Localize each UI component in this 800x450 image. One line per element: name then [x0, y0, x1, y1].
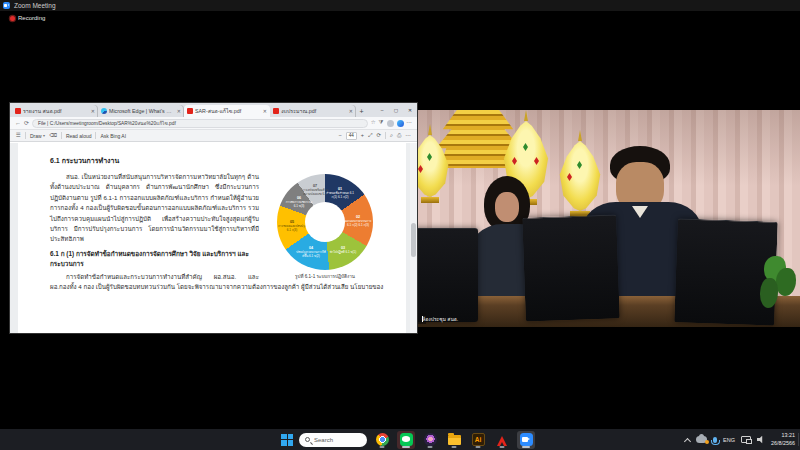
- start-button[interactable]: [281, 434, 293, 446]
- pdf-favicon: [15, 108, 21, 114]
- browser-tab-1[interactable]: รายงาน สนอ.pdf ✕: [12, 105, 98, 117]
- participant-name-tag: ห้องประชุม สนอ.: [418, 313, 426, 324]
- tray-date: 26/8/2566: [771, 440, 795, 448]
- system-tray: ENG 13:21 26/8/2566: [685, 429, 795, 450]
- browser-tab-2[interactable]: Microsoft Edge | What's New ✕: [98, 105, 184, 117]
- onedrive-icon[interactable]: [696, 436, 707, 443]
- pdf-scrollbar[interactable]: [410, 143, 417, 333]
- golden-spire: [558, 130, 602, 217]
- meeting-video-feed: ห้องประชุม สนอ.: [418, 110, 800, 327]
- divider: [95, 132, 96, 139]
- page-number-field[interactable]: 44: [346, 132, 357, 140]
- read-aloud-button[interactable]: Read aloud: [66, 133, 92, 139]
- profile-avatar[interactable]: [387, 120, 394, 127]
- search-document-icon[interactable]: ⌕: [390, 133, 393, 139]
- new-tab-button[interactable]: +: [356, 106, 367, 117]
- pdf-page: 6.1 กระบวนการทำงาน 01กำหนดข้อกำหนด 6.1 ก…: [18, 143, 406, 333]
- golden-spire: [418, 124, 450, 203]
- favorites-star-icon[interactable]: ☆: [371, 120, 376, 126]
- zoom-titlebar: Zoom Meeting: [0, 0, 800, 11]
- copilot-icon[interactable]: [397, 120, 404, 127]
- line-taskbar-button[interactable]: [397, 431, 415, 449]
- back-icon[interactable]: ←: [15, 120, 21, 126]
- search-label: Search: [314, 437, 333, 443]
- ask-bing-button[interactable]: Ask Bing AI: [100, 133, 126, 139]
- edge-browser-window: รายงาน สนอ.pdf ✕ Microsoft Edge | What's…: [10, 103, 417, 333]
- url-input[interactable]: File | C:/Users/meetingroom/Desktop/SAR%…: [32, 119, 368, 128]
- donut-segment-02: 02ออกแบบกระบวนการ 6.1 ก(2) 6.1 ก(3): [343, 215, 373, 228]
- window-controls: – ▢ ✕: [375, 104, 417, 117]
- zoom-out-button[interactable]: −: [339, 133, 342, 139]
- minimize-icon[interactable]: –: [375, 104, 389, 117]
- address-bar: ← ⟳ File | C:/Users/meetingroom/Desktop/…: [10, 117, 417, 130]
- fit-to-page-icon[interactable]: ⤢: [368, 133, 372, 139]
- figure-6-1-1: 01กำหนดข้อกำหนด 6.1 ก(1) 6.1 ก(2) 02ออกแ…: [266, 174, 384, 280]
- scrollbar-thumb[interactable]: [411, 223, 416, 257]
- zoom-app-icon: [3, 2, 10, 9]
- save-icon[interactable]: ⋯: [406, 133, 412, 139]
- donut-segment-04: 04ปรับปรุงกระบวนการให้ดีขึ้น 6.1 ข(2): [296, 246, 326, 259]
- file-explorer-icon: [448, 435, 461, 445]
- eraser-icon[interactable]: ⌫: [49, 133, 57, 139]
- speaker-icon[interactable]: [757, 436, 765, 444]
- rotate-icon[interactable]: ⟳: [376, 133, 381, 139]
- zoom-taskbar-button[interactable]: [517, 431, 535, 449]
- monitor: [674, 218, 778, 325]
- donut-segment-07: 07การเตรียมพร้อมด้านความปลอดภัย 6.2: [300, 184, 330, 197]
- language-indicator[interactable]: ENG: [723, 437, 735, 443]
- tray-time: 13:21: [782, 432, 796, 440]
- chrome-taskbar-button[interactable]: [373, 431, 391, 449]
- pdf-document-area[interactable]: 6.1 กระบวนการทำงาน 01กำหนดข้อกำหนด 6.1 ก…: [10, 143, 417, 333]
- recording-indicator[interactable]: Recording: [10, 15, 45, 21]
- search-box[interactable]: Search: [299, 433, 367, 447]
- close-icon[interactable]: ✕: [403, 104, 417, 117]
- photos-taskbar-button[interactable]: [421, 431, 439, 449]
- donut-segment-05: 05การวัดผลและปรับปรุง 6.1 ก(3): [277, 220, 307, 233]
- zoom-in-button[interactable]: +: [361, 133, 364, 139]
- display-cast-icon[interactable]: [741, 436, 751, 443]
- chrome-icon: [376, 433, 389, 446]
- divider: [385, 132, 386, 139]
- refresh-icon[interactable]: ⟳: [24, 120, 29, 126]
- table-of-contents-icon[interactable]: ☰: [16, 133, 21, 139]
- hidden-icons-chevron[interactable]: [684, 437, 691, 444]
- maximize-icon[interactable]: ▢: [389, 104, 403, 117]
- pdf-favicon: [187, 108, 193, 114]
- edge-favicon: [101, 108, 107, 114]
- divider: [25, 132, 26, 139]
- extensions-icon[interactable]: ⧩: [379, 120, 384, 126]
- divider: [61, 132, 62, 139]
- settings-menu-icon[interactable]: ⋯: [407, 120, 413, 126]
- illustrator-taskbar-button[interactable]: [469, 431, 487, 449]
- browser-tab-3-active[interactable]: SAR-สนอ-แก้ไข.pdf ✕: [184, 105, 270, 117]
- zoom-icon: [520, 433, 533, 446]
- draw-button[interactable]: Draw ▾: [30, 133, 45, 139]
- acrobat-taskbar-button[interactable]: [493, 431, 511, 449]
- participant-name: ห้องประชุม สนอ.: [422, 315, 458, 323]
- tab-close-icon[interactable]: ✕: [349, 108, 353, 114]
- process-donut-diagram: 01กำหนดข้อกำหนด 6.1 ก(1) 6.1 ก(2) 02ออกแ…: [277, 174, 373, 270]
- file-explorer-taskbar-button[interactable]: [445, 431, 463, 449]
- chevron-down-icon: ▾: [43, 133, 45, 138]
- monitor: [418, 228, 478, 322]
- figure-caption: รูปที่ 6.1-1 ระบบการปฏิบัติงาน: [266, 273, 384, 280]
- tab-close-icon[interactable]: ✕: [177, 108, 181, 114]
- tab-close-icon[interactable]: ✕: [91, 108, 95, 114]
- recording-dot-icon: [10, 16, 15, 21]
- print-icon[interactable]: ⎙: [397, 133, 401, 139]
- donut-center: [305, 202, 345, 242]
- monitor: [522, 214, 620, 321]
- photos-app-icon: [424, 433, 437, 446]
- clock[interactable]: 13:21 26/8/2566: [771, 432, 795, 447]
- illustrator-icon: [472, 433, 485, 446]
- microphone-tray-icon[interactable]: [713, 437, 717, 443]
- recording-label: Recording: [18, 15, 45, 21]
- url-text: File | C:/Users/meetingroom/Desktop/SAR%…: [38, 119, 176, 127]
- pdf-toolbar: ☰ Draw ▾ ⌫ Read aloud Ask Bing AI − 44 +…: [10, 130, 417, 142]
- donut-segment-03: 03นำไปปฏิบัติ 6.1 ข(1): [328, 246, 358, 255]
- tab-close-icon[interactable]: ✕: [263, 108, 267, 114]
- browser-tab-4[interactable]: งบประมาณ.pdf ✕: [270, 105, 356, 117]
- search-icon: [305, 437, 310, 442]
- window-title: Zoom Meeting: [14, 2, 56, 9]
- pdf-favicon: [273, 108, 279, 114]
